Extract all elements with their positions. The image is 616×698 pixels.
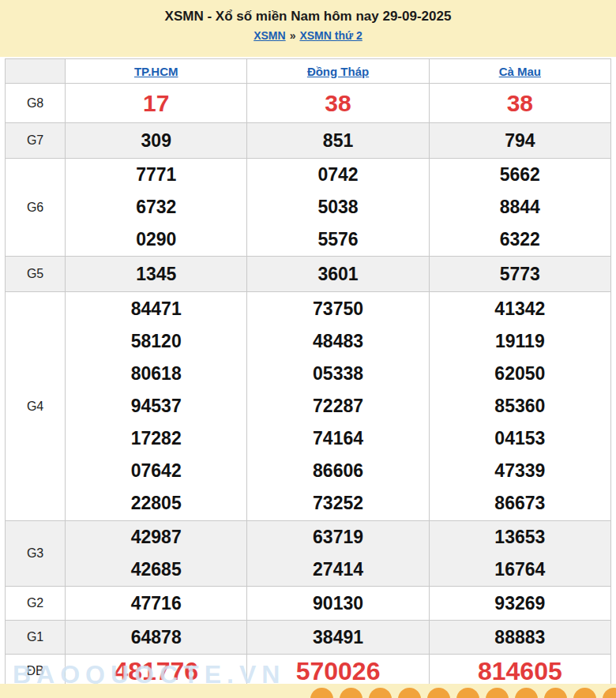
result-number: 80618 [66, 358, 246, 390]
result-number: 7771 [66, 159, 246, 191]
result-number: 0290 [66, 223, 246, 256]
breadcrumb-link-current[interactable]: XSMN thứ 2 [299, 29, 362, 42]
page-header: XSMN - Xổ số miền Nam hôm nay 29-09-2025… [0, 0, 616, 57]
lottery-ball-icon [573, 688, 596, 698]
table-row: G484471581208061894537172820764222805737… [6, 292, 611, 521]
result-number: 5662 [430, 159, 610, 191]
result-number: 38 [430, 90, 610, 117]
result-number: 90130 [247, 587, 428, 620]
result-cell: 38491 [247, 621, 429, 655]
result-number: 62050 [430, 358, 610, 390]
result-cell: 1365316764 [429, 521, 610, 587]
result-number: 04153 [430, 422, 610, 455]
column-header-cell: TP.HCM [66, 59, 247, 84]
result-cell: 17 [66, 84, 247, 123]
table-row: G8173838 [6, 84, 611, 123]
result-number: 86606 [247, 455, 428, 487]
table-row: G6777167320290074250385576566288446322 [6, 159, 611, 257]
bottom-strip [0, 684, 616, 698]
row-label: G6 [6, 159, 66, 257]
row-label: G2 [6, 587, 66, 621]
result-number: 48483 [247, 325, 428, 358]
result-cell: 38 [247, 84, 429, 123]
result-cell: 73750484830533872287741648660673252 [247, 292, 429, 521]
result-cell: 570026 [247, 655, 429, 688]
table-row: G2477169013093269 [6, 587, 611, 621]
table-row: ĐB481776570026814605 [6, 655, 611, 688]
results-table: TP.HCMĐồng ThápCà Mau G8173838G730985179… [5, 58, 611, 688]
corner-cell [6, 59, 66, 84]
result-number: 58120 [66, 325, 246, 358]
result-cell: 47716 [66, 587, 247, 621]
result-number: 481776 [66, 657, 246, 685]
result-cell: 794 [429, 123, 610, 159]
breadcrumb: XSMN»XSMN thứ 2 [0, 29, 616, 42]
result-number: 6732 [66, 191, 246, 223]
result-number: 85360 [430, 390, 610, 422]
result-cell: 309 [66, 123, 247, 159]
result-number: 1345 [66, 258, 246, 291]
lottery-ball-icon [310, 688, 333, 698]
row-label: ĐB [6, 655, 66, 688]
result-cell: 93269 [429, 587, 610, 621]
lottery-ball-icon [603, 688, 616, 698]
lottery-ball-icon [456, 688, 479, 698]
breadcrumb-separator: » [290, 29, 296, 42]
lottery-ball-icon [398, 688, 421, 698]
column-header-link[interactable]: Cà Mau [499, 65, 541, 78]
result-number: 5038 [247, 191, 428, 223]
column-header-link[interactable]: Đồng Tháp [307, 65, 369, 78]
lottery-ball-icon [544, 688, 567, 698]
result-cell: 90130 [247, 587, 429, 621]
row-label: G1 [6, 621, 66, 655]
result-number: 64878 [66, 621, 246, 654]
result-cell: 3601 [247, 257, 429, 292]
row-label: G5 [6, 257, 66, 292]
page-title: XSMN - Xổ số miền Nam hôm nay 29-09-2025 [0, 7, 616, 26]
result-number: 794 [430, 125, 610, 157]
result-cell: 777167320290 [66, 159, 247, 257]
result-number: 94537 [66, 390, 246, 422]
result-number: 73252 [247, 487, 428, 520]
result-cell: 074250385576 [247, 159, 429, 257]
lottery-ball-icon [427, 688, 450, 698]
lottery-ball-icon [486, 688, 509, 698]
result-number: 86673 [430, 487, 610, 520]
table-row: G5134536015773 [6, 257, 611, 292]
result-number: 17 [66, 90, 246, 117]
result-number: 13653 [430, 521, 610, 554]
result-cell: 5773 [429, 257, 610, 292]
result-cell: 814605 [429, 655, 610, 688]
column-header-link[interactable]: TP.HCM [134, 65, 178, 78]
result-number: 22805 [66, 487, 246, 520]
result-number: 93269 [430, 587, 610, 620]
lottery-ball-icon [369, 688, 392, 698]
result-number: 42685 [66, 554, 246, 586]
row-label: G8 [6, 84, 66, 123]
lottery-ball-icon [515, 688, 538, 698]
result-cell: 481776 [66, 655, 247, 688]
row-label: G4 [6, 292, 66, 521]
result-cell: 84471581208061894537172820764222805 [66, 292, 247, 521]
result-number: 88883 [430, 621, 610, 654]
column-header-cell: Cà Mau [429, 59, 610, 84]
result-cell: 4298742685 [66, 521, 247, 587]
result-number: 41342 [430, 293, 610, 325]
result-number: 27414 [247, 554, 428, 586]
result-number: 16764 [430, 554, 610, 586]
result-number: 5576 [247, 223, 428, 256]
result-cell: 41342191196205085360041534733986673 [429, 292, 610, 521]
result-number: 6322 [430, 223, 610, 256]
result-number: 17282 [66, 422, 246, 455]
result-number: 814605 [430, 657, 610, 685]
table-row: G1648783849188883 [6, 621, 611, 655]
result-number: 72287 [247, 390, 428, 422]
row-label: G7 [6, 123, 66, 159]
result-number: 8844 [430, 191, 610, 223]
breadcrumb-link-xsmn[interactable]: XSMN [254, 29, 285, 42]
results-table-wrapper: TP.HCMĐồng ThápCà Mau G8173838G730985179… [0, 57, 616, 688]
result-number: 74164 [247, 422, 428, 455]
result-cell: 1345 [66, 257, 247, 292]
result-number: 42987 [66, 521, 246, 554]
result-number: 63719 [247, 521, 428, 554]
